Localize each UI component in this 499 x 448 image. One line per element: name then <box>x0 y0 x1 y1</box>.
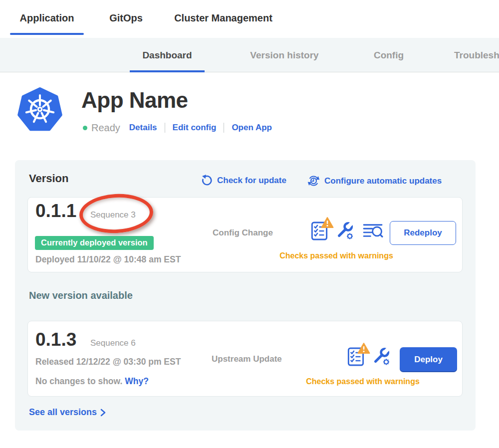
current-version-number: 0.1.1 <box>35 201 76 222</box>
tab-config[interactable]: Config <box>361 38 417 72</box>
configure-automatic-updates-button[interactable]: Configure automatic updates <box>307 174 442 188</box>
redeploy-button[interactable]: Redeploy <box>390 221 456 245</box>
refresh-icon <box>201 174 213 187</box>
version-panel-title: Version <box>29 172 68 185</box>
open-app-link[interactable]: Open App <box>232 123 272 133</box>
edit-config-link[interactable]: Edit config <box>173 123 217 133</box>
tab-cluster-management[interactable]: Cluster Management <box>160 0 287 36</box>
new-version-sequence: Sequence 6 <box>90 338 136 348</box>
new-version-heading: New version available <box>29 290 133 301</box>
top-nav: Application GitOps Cluster Management <box>0 0 499 38</box>
why-link[interactable]: Why? <box>125 376 149 386</box>
see-all-versions-link[interactable]: See all versions <box>29 407 106 418</box>
warning-triangle-icon <box>321 217 334 228</box>
version-check-icons <box>311 221 384 241</box>
see-all-versions-label: See all versions <box>29 407 97 418</box>
version-source-label: Config Change <box>213 228 273 238</box>
no-changes-text: No changes to show. <box>35 376 122 386</box>
configure-automatic-updates-label: Configure automatic updates <box>324 176 442 186</box>
tab-version-history[interactable]: Version history <box>235 38 334 72</box>
tab-gitops[interactable]: GitOps <box>97 0 155 36</box>
current-version-card: 0.1.1 Sequence 3 Currently deployed vers… <box>27 197 463 272</box>
edit-config-wrench-icon[interactable] <box>372 347 391 366</box>
auto-update-clock-icon <box>307 174 320 188</box>
tab-troubleshoot[interactable]: Troubleshoot <box>454 38 499 72</box>
chevron-right-icon <box>100 409 106 417</box>
check-for-update-label: Check for update <box>217 176 286 186</box>
version-panel: Version Check for update Configure autom… <box>15 160 476 431</box>
tab-application[interactable]: Application <box>10 0 84 36</box>
currently-deployed-badge: Currently deployed version <box>35 236 154 250</box>
new-version-number: 0.1.3 <box>35 329 76 350</box>
status-ready-dot-icon <box>83 126 87 130</box>
current-version-sequence: Sequence 3 <box>90 210 136 220</box>
preflight-checks-icon[interactable] <box>311 221 328 241</box>
page-title: App Name <box>81 88 188 113</box>
divider <box>165 123 165 133</box>
status-text: Ready <box>91 122 120 134</box>
divider <box>224 123 224 133</box>
version-check-icons <box>347 347 391 367</box>
checks-status-text[interactable]: Checks passed with warnings <box>253 251 419 260</box>
deployed-timestamp: Deployed 11/10/22 @ 10:48 am EST <box>35 254 181 265</box>
sub-nav: Dashboard Version history Config Trouble… <box>0 38 499 72</box>
view-files-diff-icon[interactable] <box>363 223 384 239</box>
tab-dashboard[interactable]: Dashboard <box>130 38 205 72</box>
released-timestamp: Released 12/12/22 @ 03:30 pm EST <box>35 357 181 367</box>
kubernetes-logo-icon <box>17 86 62 133</box>
deploy-button[interactable]: Deploy <box>400 347 457 372</box>
details-link[interactable]: Details <box>129 123 157 133</box>
checks-status-text[interactable]: Checks passed with warnings <box>290 377 436 386</box>
version-source-label: Upstream Update <box>212 354 282 364</box>
new-version-card: 0.1.3 Sequence 6 Released 12/12/22 @ 03:… <box>27 321 463 397</box>
preflight-checks-icon[interactable] <box>347 347 364 367</box>
no-changes-line: No changes to show. Why? <box>35 376 149 387</box>
app-status-row: Ready Details Edit config Open App <box>83 121 272 135</box>
edit-config-wrench-icon[interactable] <box>336 222 355 240</box>
warning-triangle-icon <box>357 342 370 354</box>
check-for-update-button[interactable]: Check for update <box>201 174 286 187</box>
